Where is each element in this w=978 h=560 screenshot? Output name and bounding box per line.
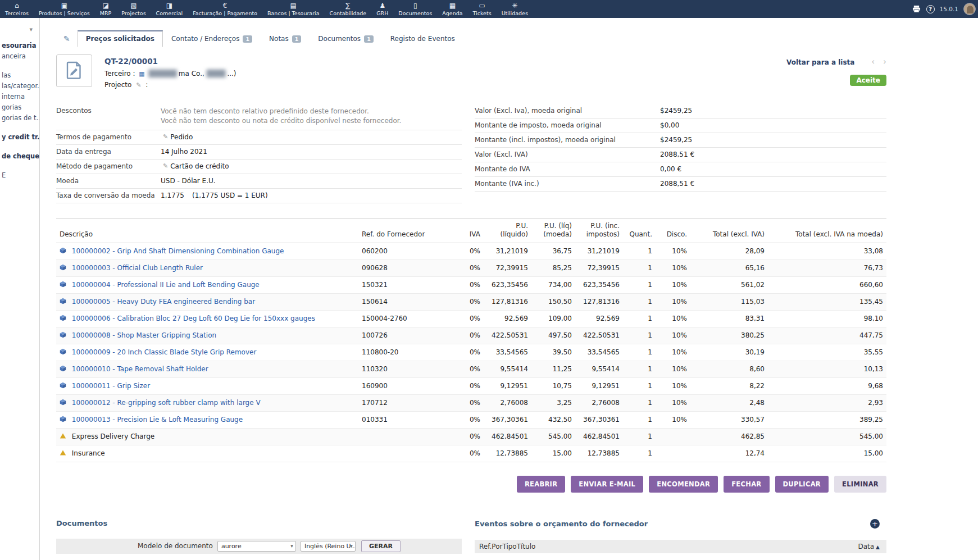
sidebar-item[interactable]: esouraria (0, 40, 39, 51)
table-row[interactable]: 100000002 - Grip And Shaft Dimensioning … (56, 243, 886, 259)
table-row[interactable]: 100000013 - Precision Lie & Loft Measuri… (56, 411, 886, 428)
sidebar-item[interactable]: de cheques (0, 151, 39, 161)
top-menu-item[interactable]: ✳ Utilidades (497, 0, 533, 18)
utilities-icon: ✳ (512, 2, 517, 10)
top-menu-item[interactable]: ▣ Produtos | Serviços (34, 0, 95, 18)
totals-panel: Valor (Excl. Iva), moeda original $2459,… (475, 104, 886, 203)
table-row[interactable]: 100000004 - Professional II Lie and Loft… (56, 276, 886, 293)
line-description[interactable]: 100000003 - Official Club Length Ruler (72, 264, 203, 272)
sidebar-item[interactable]: gorias de t... (0, 112, 39, 123)
print-icon[interactable] (912, 5, 921, 13)
line-description[interactable]: 100000008 - Shop Master Gripping Station (72, 331, 216, 339)
table-row[interactable]: 100000006 - Calibration Bloc 27 Deg Loft… (56, 310, 886, 327)
line-qty: 1 (623, 394, 656, 411)
tab[interactable]: Notas 1 (261, 31, 310, 47)
line-supplier-ref: 150321 (358, 276, 451, 293)
top-menu-item[interactable]: ∑ Contabilidade (325, 0, 372, 18)
third-party-name-fragment[interactable]: ma Co., (179, 70, 204, 78)
line-description[interactable]: 100000010 - Tape Removal Shaft Holder (72, 365, 208, 373)
line-description[interactable]: 100000006 - Calibration Bloc 27 Deg Loft… (72, 315, 315, 322)
action-button[interactable]: ELIMINAR (834, 476, 886, 493)
top-menu-item[interactable]: ◨ Comercial (151, 0, 188, 18)
line-description[interactable]: 100000011 - Grip Sizer (72, 382, 150, 390)
line-description[interactable]: 100000013 - Precision Lie & Loft Measuri… (72, 416, 243, 424)
tab[interactable]: Preços solicitados (78, 30, 163, 47)
user-avatar[interactable] (963, 3, 976, 15)
document-model-select[interactable]: aurore ▾ (217, 541, 296, 552)
help-icon[interactable]: ? (926, 5, 935, 13)
line-description[interactable]: 100000004 - Professional II Lie and Loft… (72, 281, 260, 289)
top-menu-item[interactable]: ▤ Bancos | Tesouraria (262, 0, 325, 18)
top-menu-item[interactable]: ▦ Agenda (437, 0, 467, 18)
back-to-list-link[interactable]: Voltar para a lista (786, 58, 854, 66)
table-row[interactable]: 100000012 - Re-gripping soft rubber clam… (56, 394, 886, 411)
top-menu-item[interactable]: ▧ Projectos (116, 0, 151, 18)
action-button[interactable]: DUPLICAR (775, 476, 829, 493)
tab[interactable]: Contato / Endereços 1 (163, 31, 261, 47)
add-event-icon[interactable]: + (870, 519, 880, 529)
tab[interactable]: Registo de Eventos (382, 31, 463, 47)
line-total: 8,60 (690, 361, 768, 377)
line-description[interactable]: Insurance (72, 449, 105, 457)
top-menu-item[interactable]: ⌂ Terceiros (0, 0, 34, 18)
edit-project-icon[interactable]: ✎ (136, 81, 141, 89)
line-description[interactable]: 100000005 - Heavy Duty FEA engineered Be… (72, 298, 255, 306)
next-record-icon[interactable]: › (883, 57, 886, 67)
top-menu-item[interactable]: ◪ MRP (95, 0, 117, 18)
top-menu-item[interactable]: € Facturação | Pagamento (188, 0, 262, 18)
action-button[interactable]: ENVIAR E-MAIL (571, 476, 643, 493)
tab-card-icon[interactable]: ✎ (56, 30, 78, 47)
prev-record-icon[interactable]: ‹ (871, 57, 875, 67)
line-unit-price: 9,12951 (484, 377, 531, 394)
sidebar-item[interactable]: E (0, 170, 39, 180)
line-unit-price-currency: 39,50 (531, 344, 575, 361)
sidebar-item[interactable]: anceira (0, 51, 39, 61)
table-row[interactable]: 100000011 - Grip Sizer 160900 0% 9,12951… (56, 377, 886, 394)
line-description[interactable]: 100000009 - 20 Inch Classic Blade Style … (72, 348, 257, 356)
total-row: Montante de imposto, moeda original $0,0… (475, 119, 886, 133)
lines-header-row: Descrição Ref. do Fornecedor IVA P.U. (l… (56, 218, 886, 243)
action-button[interactable]: REABRIR (517, 476, 565, 493)
sidebar-collapse-caret[interactable]: ▾ (0, 24, 39, 40)
line-description[interactable]: 100000012 - Re-gripping soft rubber clam… (72, 399, 261, 407)
table-row[interactable]: 100000010 - Tape Removal Shaft Holder 11… (56, 361, 886, 377)
line-description[interactable]: 100000002 - Grip And Shaft Dimensioning … (72, 247, 284, 255)
total-label: Valor (Excl. Iva), moeda original (475, 107, 660, 115)
sidebar-item[interactable]: interna (0, 91, 39, 102)
table-row[interactable]: 100000003 - Official Club Length Ruler 0… (56, 259, 886, 276)
table-row[interactable]: Insurance 0% 12,73885 15,00 12,73885 1 1… (56, 445, 886, 462)
top-menu-item[interactable]: ▭ Tickets (468, 0, 497, 18)
top-menu-item[interactable]: ▯ Documentos (393, 0, 437, 18)
events-sort-header[interactable]: Data▲ (858, 543, 882, 550)
document-language-select[interactable]: Inglês (Reino U... ▾ (301, 541, 356, 552)
line-discount (656, 445, 690, 462)
lines-column-header: P.U. (inc. impostos) (575, 218, 623, 243)
document-language-value: Inglês (Reino U... (304, 543, 356, 550)
table-row[interactable]: 100000005 - Heavy Duty FEA engineered Be… (56, 293, 886, 310)
sort-asc-icon: ▲ (876, 544, 880, 550)
line-total: 2,48 (690, 394, 768, 411)
generate-button[interactable]: GERAR (361, 540, 401, 552)
tab[interactable]: Documentos 1 (310, 31, 381, 47)
top-navbar: ⌂ Terceiros ▣ Produtos | Serviços ◪ MRP … (0, 0, 978, 18)
table-row[interactable]: Express Delivery Charge 0% 462,84501 545… (56, 428, 886, 445)
line-vat: 0% (451, 394, 484, 411)
table-row[interactable]: 100000008 - Shop Master Gripping Station… (56, 327, 886, 344)
sidebar-item[interactable]: y credit tr... (0, 131, 39, 142)
detail-label: Moeda (56, 177, 161, 185)
line-total-currency: 9,68 (768, 377, 886, 394)
sidebar-item[interactable]: las (0, 70, 39, 80)
edit-field-icon[interactable]: ✎ (163, 162, 168, 170)
line-description[interactable]: Express Delivery Charge (72, 432, 154, 440)
top-menu-item[interactable]: ♟ GRH (371, 0, 393, 18)
sidebar-item[interactable]: gorias (0, 102, 39, 112)
line-unit-price-currency: 497,50 (531, 327, 575, 344)
sidebar-item[interactable]: las/categor... (0, 80, 39, 91)
table-row[interactable]: 100000009 - 20 Inch Classic Blade Style … (56, 344, 886, 361)
action-button[interactable]: ENCOMENDAR (649, 476, 718, 493)
discount-row: Descontos Você não tem desconto relativo… (56, 104, 462, 130)
document-model-value: aurore (221, 543, 242, 550)
line-total: 28,09 (690, 243, 768, 259)
action-button[interactable]: FECHAR (724, 476, 769, 493)
edit-field-icon[interactable]: ✎ (163, 133, 168, 140)
